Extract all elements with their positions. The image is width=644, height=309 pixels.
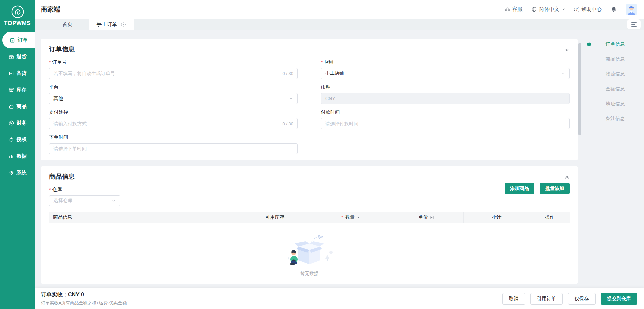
chevron-down-icon [561, 7, 565, 11]
platform-select[interactable]: 其他 [49, 93, 298, 104]
cancel-button[interactable]: 取消 [502, 293, 525, 305]
payment-time-field-group: 付款时间 [321, 109, 570, 129]
payment-time-input[interactable] [325, 121, 565, 126]
platform-field-group: 平台 其他 [49, 84, 298, 104]
anchor-order-info[interactable]: 订单信息 [583, 37, 644, 52]
sidebar-item-stock-prep[interactable]: 备货 [0, 65, 35, 82]
topbar: 商家端 客服 简体中文 ? [35, 0, 644, 19]
sidebar-item-returns[interactable]: 退货 [0, 48, 35, 65]
col-product-info: 商品信息 [49, 212, 237, 223]
order-info-card: 订单信息 * 订单号 [41, 39, 578, 160]
sidebar-item-data[interactable]: 数据 [0, 148, 35, 164]
col-actions: 操作 [530, 212, 570, 223]
collapse-section-icon[interactable] [564, 47, 570, 52]
topbar-actions: 客服 简体中文 ? 帮助中心 [505, 4, 637, 15]
stock-prep-icon [8, 70, 14, 76]
tab-bar: 首页 手工订单 [35, 19, 644, 30]
order-no-input[interactable] [53, 71, 280, 76]
footer-bar: 订单实收：CNY 0 订单实收=所有商品金额之和+运费-优惠金额 取消 引用订单… [35, 288, 644, 309]
product-icon [8, 104, 14, 109]
sidebar-item-label: 退货 [17, 53, 27, 60]
product-table: 商品信息 可用库存 * 数量 [49, 212, 570, 287]
order-total: 订单实收：CNY 0 [41, 291, 127, 299]
user-avatar[interactable] [626, 4, 637, 15]
anchor-address-info[interactable]: 地址信息 [583, 96, 644, 111]
sidebar: TOPWMS 订单 退货 备货 库存 [0, 0, 35, 309]
col-subtotal: 小计 [463, 212, 529, 223]
page-title: 商家端 [41, 5, 60, 14]
language-switcher[interactable]: 简体中文 [531, 6, 565, 13]
anchor-product-info[interactable]: 商品信息 [583, 52, 644, 67]
customer-service-button[interactable]: 客服 [505, 6, 523, 13]
required-marker: * [49, 187, 51, 192]
currency-label: 币种 [321, 84, 570, 90]
anchor-logistics-info[interactable]: 物流信息 [583, 67, 644, 82]
shop-select[interactable]: 手工店铺 [321, 68, 570, 79]
authorization-icon [8, 137, 14, 142]
char-counter: 0 / 30 [282, 121, 293, 126]
tab-home[interactable]: 首页 [46, 19, 89, 30]
payment-time-label: 付款时间 [321, 109, 570, 115]
tab-manual-order[interactable]: 手工订单 [89, 19, 134, 30]
char-counter: 0 / 30 [282, 71, 293, 76]
payment-method-field-group: 支付途径 0 / 30 [49, 109, 298, 129]
platform-select-value: 其他 [53, 95, 289, 102]
anchor-amount-info[interactable]: 金额信息 [583, 82, 644, 96]
sidebar-item-products[interactable]: 商品 [0, 98, 35, 115]
help-center-label: 帮助中心 [581, 6, 602, 13]
required-marker: * [49, 60, 51, 65]
section-title-product-info: 商品信息 [49, 172, 75, 181]
col-quantity: * 数量 [313, 212, 389, 223]
order-no-label: * 订单号 [49, 59, 298, 65]
required-marker: * [341, 215, 343, 220]
close-tab-icon[interactable] [121, 22, 126, 27]
footer-buttons: 取消 引用订单 仅保存 提交到仓库 [502, 293, 637, 305]
warehouse-select-placeholder: 选择仓库 [53, 198, 111, 204]
empty-box-illustration [284, 234, 335, 269]
add-product-button[interactable]: 添加商品 [505, 183, 534, 194]
main-area: 商家端 客服 简体中文 ? [35, 0, 644, 309]
inventory-icon [8, 87, 14, 93]
app-window: TOPWMS 订单 退货 备货 库存 [0, 0, 644, 309]
warehouse-select[interactable]: 选择仓库 [49, 195, 120, 206]
chevron-down-icon [560, 71, 565, 76]
tab-list-menu-button[interactable] [627, 19, 641, 29]
sidebar-item-system[interactable]: 系统 [0, 164, 35, 181]
collapse-section-icon[interactable] [564, 174, 570, 179]
submit-to-warehouse-button[interactable]: 提交到仓库 [601, 293, 637, 305]
platform-label: 平台 [49, 84, 298, 90]
data-icon [8, 153, 14, 159]
order-no-field-group: * 订单号 0 / 30 [49, 59, 298, 79]
content-scrollbar[interactable] [578, 43, 581, 135]
sidebar-item-label: 数据 [17, 153, 27, 159]
warehouse-label: * 仓库 [49, 186, 120, 193]
sidebar-item-label: 商品 [17, 103, 27, 110]
shop-field-group: * 店铺 手工店铺 [321, 59, 570, 79]
sidebar-item-finance[interactable]: 财务 [0, 115, 35, 131]
currency-field-group: 币种 CNY [321, 84, 570, 104]
help-center-button[interactable]: ? 帮助中心 [574, 6, 602, 13]
batch-add-button[interactable]: 批量添加 [540, 183, 570, 194]
save-only-button[interactable]: 仅保存 [568, 293, 596, 305]
sidebar-item-orders[interactable]: 订单 [2, 32, 35, 48]
sidebar-item-authorization[interactable]: 授权 [0, 131, 35, 148]
currency-value: CNY [325, 96, 565, 101]
returns-icon [8, 54, 14, 60]
batch-edit-quantity-icon[interactable] [356, 215, 361, 220]
section-title-order-info: 订单信息 [49, 45, 75, 54]
sidebar-item-inventory[interactable]: 库存 [0, 82, 35, 98]
order-time-input[interactable] [53, 146, 293, 151]
anchor-remark-info[interactable]: 备注信息 [583, 111, 644, 126]
product-table-header: 商品信息 可用库存 * 数量 [49, 212, 570, 223]
order-total-block: 订单实收：CNY 0 订单实收=所有商品金额之和+运费-优惠金额 [41, 291, 127, 306]
finance-icon [8, 120, 14, 126]
empty-state: 暂无数据 [49, 223, 570, 287]
batch-edit-price-icon[interactable] [430, 215, 434, 220]
bell-icon[interactable] [610, 6, 617, 13]
headset-icon [505, 6, 510, 12]
brand-logo: TOPWMS [0, 0, 35, 32]
reference-order-button[interactable]: 引用订单 [530, 293, 563, 305]
shop-label: * 店铺 [321, 59, 570, 65]
payment-method-input[interactable] [53, 121, 280, 126]
shop-select-value: 手工店铺 [325, 70, 560, 76]
